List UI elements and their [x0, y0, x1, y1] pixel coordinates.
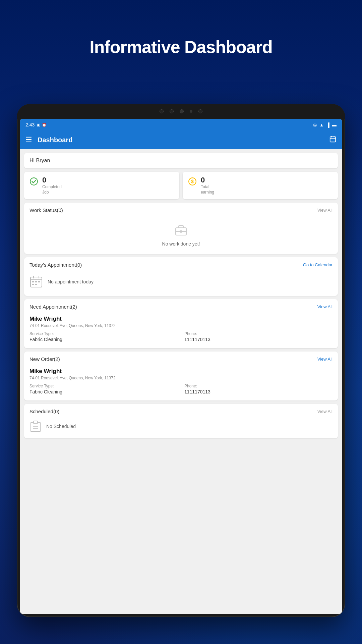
- battery-icon: ▬: [332, 122, 337, 127]
- scheduled-empty-text: No Scheduled: [46, 424, 76, 429]
- need-appointment-card: Need Appointment(2) View All Mike Wright…: [24, 299, 338, 348]
- status-bar: 2:43 ▣ ⏰ ◎ ▲ ▐ ▬: [20, 119, 342, 131]
- need-appointment-details: Service Type: Fabric Cleaning Phone: 111…: [29, 331, 333, 342]
- page-title: Informative Dashboard: [0, 37, 362, 57]
- new-order-phone-label: Phone:: [184, 384, 333, 388]
- go-to-calendar-link[interactable]: Go to Calendar: [303, 262, 333, 267]
- work-status-empty: No work done yet!: [29, 218, 333, 249]
- tablet-frame: 2:43 ▣ ⏰ ◎ ▲ ▐ ▬ ☰ Dashboard: [17, 104, 345, 617]
- calendar-button[interactable]: [329, 136, 337, 145]
- need-appointment-view-all[interactable]: View All: [317, 304, 333, 309]
- scheduled-clipboard-icon: [29, 420, 42, 432]
- appointment-calendar-icon: [29, 275, 43, 288]
- status-time-area: 2:43 ▣ ⏰: [25, 122, 47, 127]
- app-bar-title: Dashboard: [38, 136, 324, 144]
- greeting-text: Hi Bryan: [29, 158, 50, 163]
- scheduled-header: Scheduled(0) View All: [29, 409, 333, 414]
- completed-job-label2: Job: [42, 190, 62, 195]
- total-earning-card: $ 0 Total earning: [183, 172, 338, 199]
- need-appointment-header: Need Appointment(2) View All: [29, 304, 333, 310]
- completed-job-card: 0 Completed Job: [24, 172, 179, 199]
- svg-rect-18: [35, 284, 37, 285]
- status-time: 2:43: [25, 122, 35, 127]
- new-order-card: New Order(2) View All Mike Wright 74-01 …: [24, 352, 338, 400]
- dollar-icon: $: [188, 177, 197, 188]
- status-icons: ◎ ▲ ▐ ▬: [313, 122, 337, 127]
- completed-job-label1: Completed: [42, 184, 62, 189]
- new-order-item: Mike Wright 74-01 Roosevelt Ave, Queens,…: [29, 367, 333, 396]
- need-appointment-phone-label: Phone:: [184, 331, 333, 336]
- camera-dot-small: [190, 110, 192, 113]
- svg-rect-14: [32, 281, 34, 282]
- todays-appointment-title: Today's Appointment(0): [29, 262, 82, 268]
- new-order-details: Service Type: Fabric Cleaning Phone: 111…: [29, 384, 333, 394]
- work-status-view-all[interactable]: View All: [317, 208, 333, 213]
- todays-appointment-header: Today's Appointment(0) Go to Calendar: [29, 262, 333, 268]
- greeting-card: Hi Bryan: [24, 153, 338, 168]
- work-status-empty-text: No work done yet!: [162, 241, 200, 247]
- need-appointment-phone-col: Phone: 1111170113: [184, 331, 333, 342]
- svg-rect-17: [32, 284, 34, 285]
- new-order-header: New Order(2) View All: [29, 356, 333, 362]
- new-order-name: Mike Wright: [29, 368, 333, 375]
- new-order-title: New Order(2): [29, 356, 60, 362]
- total-earning-info: 0 Total earning: [201, 176, 214, 195]
- new-order-service-value: Fabric Cleaning: [29, 389, 178, 394]
- tablet-screen: 2:43 ▣ ⏰ ◎ ▲ ▐ ▬ ☰ Dashboard: [20, 119, 342, 614]
- check-circle-icon: [29, 177, 38, 188]
- scheduled-view-all[interactable]: View All: [317, 409, 333, 414]
- new-order-address: 74-01 Roosevelt Ave, Queens, New York, 1…: [29, 376, 333, 380]
- need-appointment-address: 74-01 Roosevelt Ave, Queens, New York, 1…: [29, 323, 333, 328]
- work-status-card: Work Status(0) View All No work done yet…: [24, 203, 338, 254]
- appointment-empty-state: No appointment today: [29, 272, 333, 291]
- svg-point-4: [30, 178, 38, 185]
- svg-rect-20: [34, 421, 38, 424]
- need-appointment-item: Mike Wright 74-01 Roosevelt Ave, Queens,…: [29, 314, 333, 343]
- new-order-phone-value: 1111170113: [184, 389, 333, 394]
- scheduled-title: Scheduled(0): [29, 409, 59, 414]
- svg-rect-15: [35, 281, 37, 282]
- tablet-top-bar: [17, 104, 345, 119]
- scroll-content[interactable]: Hi Bryan 0 Completed Job: [20, 149, 342, 614]
- camera-dot-3: [198, 109, 202, 113]
- app-bar: ☰ Dashboard: [20, 131, 342, 149]
- notification-icon: ▣: [37, 123, 40, 127]
- need-appointment-name: Mike Wright: [29, 316, 333, 322]
- camera-dot-1: [160, 109, 164, 113]
- completed-job-info: 0 Completed Job: [42, 176, 62, 195]
- work-status-header: Work Status(0) View All: [29, 207, 333, 213]
- camera-dot-2: [170, 109, 174, 113]
- total-earning-label2: earning: [201, 190, 214, 195]
- total-earning-label1: Total: [201, 184, 214, 189]
- scheduled-empty-state: No Scheduled: [29, 419, 333, 434]
- wifi-icon: ▲: [319, 122, 324, 127]
- todays-appointment-card: Today's Appointment(0) Go to Calendar: [24, 257, 338, 296]
- camera-dot-front: [180, 109, 184, 113]
- briefcase-icon: [174, 223, 188, 238]
- need-appointment-service-value: Fabric Cleaning: [29, 337, 178, 342]
- need-appointment-phone-value: 1111170113: [184, 337, 333, 342]
- new-order-service-col: Service Type: Fabric Cleaning: [29, 384, 178, 394]
- new-order-service-label: Service Type:: [29, 384, 178, 388]
- stats-row: 0 Completed Job $ 0 Total: [24, 172, 338, 199]
- svg-text:$: $: [191, 179, 194, 184]
- total-earning-count: 0: [201, 176, 214, 184]
- need-appointment-title: Need Appointment(2): [29, 304, 77, 310]
- work-status-title: Work Status(0): [29, 207, 63, 213]
- new-order-view-all[interactable]: View All: [317, 357, 333, 362]
- scheduled-card: Scheduled(0) View All No Scheduled: [24, 404, 338, 438]
- need-appointment-service-label: Service Type:: [29, 331, 178, 336]
- signal-icon: ▐: [326, 122, 329, 127]
- new-order-phone-col: Phone: 1111170113: [184, 384, 333, 394]
- hamburger-menu-icon[interactable]: ☰: [25, 136, 32, 144]
- svg-rect-16: [38, 281, 40, 282]
- alarm-icon: ⏰: [42, 123, 47, 127]
- completed-job-count: 0: [42, 176, 62, 184]
- need-appointment-service-col: Service Type: Fabric Cleaning: [29, 331, 178, 342]
- location-icon: ◎: [313, 122, 317, 127]
- appointment-empty-text: No appointment today: [48, 279, 94, 284]
- svg-rect-0: [330, 137, 336, 142]
